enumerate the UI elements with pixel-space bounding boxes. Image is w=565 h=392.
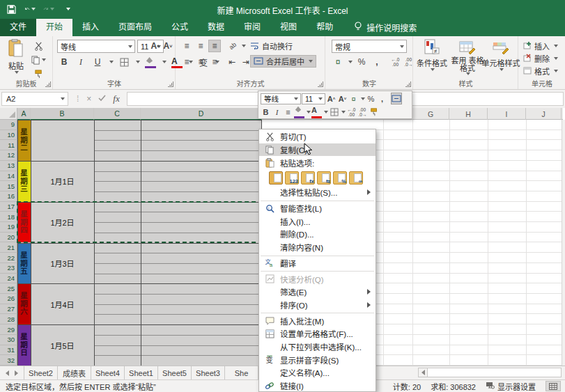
bold-button[interactable]: B [58,56,70,68]
mini-grow-font-button[interactable]: A˄ [326,93,336,104]
menu-item-9[interactable]: 清除内容(N) [259,241,376,254]
row-header-32[interactable]: 32 [0,355,17,366]
ribbon-tab-视图[interactable]: 视图 [270,19,307,36]
cell-styles-button[interactable]: 单元格样式 [485,39,517,71]
cut-button[interactable] [31,40,47,52]
display-settings-button[interactable]: 显示器设置 [486,381,536,392]
fill-color-button[interactable] [144,56,157,68]
delete-cells-button[interactable]: 删除 [523,52,558,65]
decrease-indent-icon[interactable]: ⇤ [226,56,238,68]
row-header-30[interactable]: 30 [0,335,17,345]
sheet-tab-Sheet2[interactable]: Sheet2 [24,366,58,379]
row-header-18[interactable]: 18 [0,212,17,222]
tell-me-search[interactable]: 操作说明搜索 [354,19,417,36]
mini-shrink-font-button[interactable]: A˅ [337,93,348,104]
name-box[interactable]: A2 [1,92,68,106]
menu-item-22[interactable]: 链接(I) [259,379,376,392]
align-middle-icon[interactable]: ≡ [194,40,207,52]
mini-accounting-icon[interactable]: ¤ [348,93,359,104]
cancel-icon[interactable]: × [86,94,91,104]
paste-option-formatting[interactable]: % [333,171,347,185]
column-header-D[interactable]: D [141,108,262,120]
borders-button[interactable] [118,56,130,68]
row-header-13[interactable]: 13 [0,161,17,171]
mini-italic-button[interactable]: I [272,106,282,118]
row-header-10[interactable]: 10 [0,130,17,141]
menu-item-6[interactable]: i智能查找(L) [259,202,376,215]
ribbon-tab-帮助[interactable]: 帮助 [307,19,343,36]
mini-center-align-icon[interactable]: ≡ [283,106,293,118]
dialog-launcher-font[interactable] [168,81,173,87]
percent-style-button[interactable]: % [355,56,368,68]
dialog-launcher-number[interactable] [405,81,411,87]
sheet-tab-Sheet3[interactable]: Sheet3 [192,366,225,379]
mini-percent-button[interactable]: % [366,93,376,104]
grid-right-region[interactable] [376,120,562,366]
mini-bold-button[interactable]: B [261,106,271,118]
day-cell[interactable]: 星期三 [17,161,31,202]
merge-center-button[interactable]: 合并后居中 [250,55,316,68]
align-center-icon[interactable]: ≡ [194,56,207,68]
paste-button[interactable]: 粘贴 [4,39,28,74]
copy-button[interactable] [31,54,47,66]
menu-item-14[interactable]: 筛选(E) [259,285,376,299]
menu-item-17[interactable]: 插入批注(M) [259,314,376,327]
menu-item-21[interactable]: 定义名称(A)... [259,366,376,379]
ribbon-tab-开始[interactable]: 开始 [36,19,72,36]
align-top-icon[interactable]: ≡ [180,40,193,52]
menu-item-18[interactable]: 设置单元格格式(F)... [259,327,376,340]
insert-function-icon[interactable]: fx [113,93,119,104]
column-header-A[interactable]: A [17,108,31,120]
column-header-G[interactable]: G [412,108,449,120]
dialog-launcher-alignment[interactable] [318,81,323,87]
orientation-icon[interactable]: ab [224,37,241,54]
row-header-15[interactable]: 15 [0,181,17,191]
row-header-25[interactable]: 25 [0,283,17,294]
day-cell[interactable]: 星期二 [17,120,31,161]
row-header-22[interactable]: 22 [0,253,17,263]
sheet-tab-Sheet5[interactable]: Sheet5 [158,366,192,379]
mini-merge-center-icon[interactable] [391,93,402,104]
menu-item-19[interactable]: 从下拉列表中选择(K)... [259,340,376,354]
align-left-icon[interactable]: ≡ [180,56,193,68]
paste-option-paste-link[interactable]: ∞ [349,171,363,185]
ribbon-tab-页面布局[interactable]: 页面布局 [109,19,162,36]
day-cell[interactable]: 星期四 [17,202,31,243]
row-header-21[interactable]: 21 [0,243,17,253]
sheet-tab-成绩表[interactable]: 成绩表 [58,366,91,379]
paste-option-transpose[interactable]: ⇆ [317,171,331,185]
row-header-27[interactable]: 27 [0,304,17,315]
format-as-table-button[interactable]: 套用 表格格式 [450,39,485,75]
mini-increase-decimal-icon[interactable]: ←.0.00 [346,107,357,117]
mini-fill-color-icon[interactable] [294,106,304,118]
date-cell[interactable]: 1月2日 [31,202,94,243]
normal-view-button[interactable] [545,381,561,391]
mini-font-name-select[interactable]: 等线 [261,93,301,104]
insert-cells-button[interactable]: 插入 [523,40,558,52]
sheet-tab-Sheet1[interactable]: Sheet1 [125,366,158,379]
comma-style-button[interactable]: , [371,56,383,68]
ribbon-tab-数据[interactable]: 数据 [198,19,234,36]
row-header-31[interactable]: 31 [0,345,17,356]
italic-button[interactable]: I [75,56,87,68]
mini-borders-icon[interactable] [329,106,339,118]
row-header-16[interactable]: 16 [0,191,17,202]
row-header-20[interactable]: 20 [0,233,17,243]
selected-table-region[interactable]: 星期二星期三1月1日星期四1月2日星期五1月3日星期六1月4日星期日1月5日 [17,120,262,366]
date-cell[interactable]: 1月5日 [31,324,94,366]
increase-decimal-icon[interactable]: ←.0.00 [390,57,401,67]
select-all-corner[interactable] [0,108,17,120]
sheet-tab-She[interactable]: She [225,366,258,379]
horizontal-scrollbar[interactable] [418,368,562,377]
align-bottom-icon[interactable]: ≡ [208,40,221,52]
menu-item-15[interactable]: 排序(O) [259,299,376,312]
mini-font-size-select[interactable]: 11 [302,93,325,104]
ribbon-tab-文件[interactable]: 文件 [0,19,36,36]
menu-item-13[interactable]: 快速分析(Q) [259,272,376,285]
menu-item-0[interactable]: 剪切(T) [259,130,376,143]
row-header-17[interactable]: 17 [0,202,17,212]
row-header-23[interactable]: 23 [0,263,17,274]
grow-font-button[interactable]: A˄ [149,40,162,52]
row-header-9[interactable]: 9 [0,120,17,130]
format-cells-button[interactable]: 格式 [523,65,558,77]
